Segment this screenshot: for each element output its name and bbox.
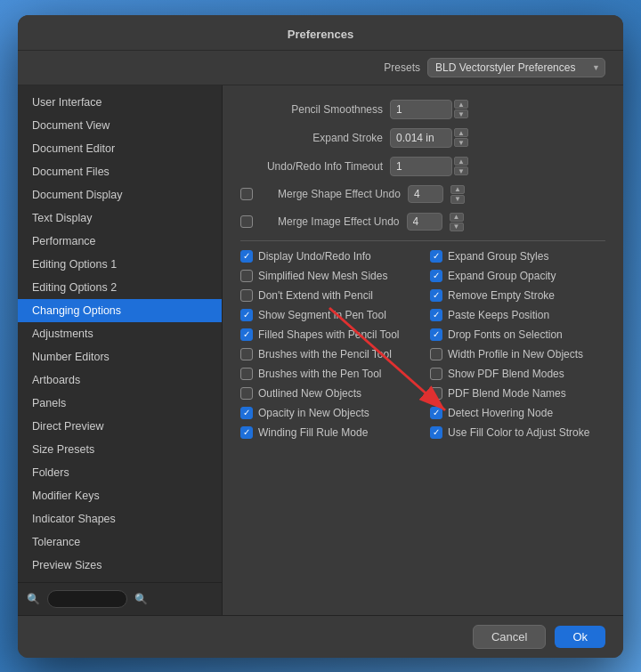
checkbox-item-13: Show PDF Blend Modes (430, 368, 605, 380)
checkbox-label: Outlined New Objects (258, 387, 361, 400)
checkbox-control[interactable] (240, 368, 253, 380)
sidebar-item-number-editors[interactable]: Number Editors (18, 345, 222, 368)
sidebar-item-document-editor[interactable]: Document Editor (18, 137, 222, 160)
field-label: Undo/Redo Info Timeout (240, 160, 383, 173)
sidebar-item-preview-sizes[interactable]: Preview Sizes (18, 554, 222, 577)
field-input: ▲ ▼ (390, 100, 468, 119)
checkbox-label: Display Undo/Redo Info (258, 250, 371, 263)
checkbox-label: Paste Keeps Position (448, 309, 549, 321)
checkbox-control[interactable] (240, 407, 253, 419)
sidebar-item-document-view[interactable]: Document View (18, 114, 222, 137)
checkbox-label: Expand Group Opacity (448, 270, 556, 282)
checkbox-control[interactable] (240, 426, 253, 439)
checkbox-label: Winding Fill Rule Mode (258, 426, 368, 439)
sidebar-item-editing-options-2[interactable]: Editing Options 2 (18, 276, 222, 299)
spinner-up[interactable]: ▲ (454, 157, 468, 166)
merge-row: Merge Shape Effect Undo ▲ ▼ (240, 185, 605, 204)
sidebar-item-document-files[interactable]: Document Files (18, 160, 222, 183)
ok-button[interactable]: Ok (555, 626, 605, 648)
checkbox-item-11: Width Profile in New Objects (430, 348, 605, 360)
spinner-up[interactable]: ▲ (450, 185, 465, 194)
checkbox-item-4: Don't Extend with Pencil (240, 289, 416, 302)
merge-label: Merge Shape Effect Undo (278, 188, 401, 200)
checkbox-label: Width Profile in New Objects (448, 348, 583, 360)
checkbox-control[interactable] (240, 270, 253, 282)
sidebar-item-folders[interactable]: Folders (18, 461, 222, 484)
checkbox-item-9: Drop Fonts on Selection (430, 328, 605, 341)
merge-checkbox[interactable] (240, 215, 253, 228)
spinner-down[interactable]: ▼ (454, 166, 468, 175)
spinner-up[interactable]: ▲ (450, 213, 464, 222)
sidebar-item-changing-options[interactable]: Changing Options (18, 299, 222, 322)
sidebar-item-adjustments[interactable]: Adjustments (18, 322, 222, 345)
checkbox-control[interactable] (240, 328, 253, 341)
separator (240, 240, 605, 241)
sidebar-item-editing-options-1[interactable]: Editing Options 1 (18, 253, 222, 276)
checkbox-label: Don't Extend with Pencil (258, 289, 373, 302)
checkbox-label: Show Segment in Pen Tool (258, 309, 386, 321)
checkbox-item-10: Brushes with the Pencil Tool (240, 348, 416, 360)
sidebar-item-panels[interactable]: Panels (18, 392, 222, 415)
sidebar-item-direct-preview[interactable]: Direct Preview (18, 415, 222, 438)
sidebar-item-artboards[interactable]: Artboards (18, 368, 222, 392)
number-input[interactable] (390, 100, 452, 119)
checkbox-label: Filled Shapes with Pencil Tool (258, 328, 400, 341)
cancel-button[interactable]: Cancel (473, 625, 546, 649)
presets-select-wrapper[interactable]: BLD Vectorstyler Preferences (427, 58, 605, 77)
checkbox-control[interactable] (240, 289, 253, 302)
checkbox-label: Detect Hovering Node (448, 407, 553, 419)
checkbox-control[interactable] (430, 309, 442, 321)
checkbox-control[interactable] (240, 309, 253, 321)
merge-number-input[interactable] (407, 213, 442, 231)
checkbox-control[interactable] (430, 387, 442, 400)
checkbox-control[interactable] (430, 368, 442, 380)
merge-number-input[interactable] (408, 185, 443, 203)
sidebar-item-user-interface[interactable]: User Interface (18, 91, 222, 114)
field-label: Pencil Smoothness (240, 103, 383, 116)
checkboxes-grid: Display Undo/Redo Info Expand Group Styl… (240, 250, 605, 439)
checkbox-control[interactable] (240, 387, 253, 400)
content-area: Pencil Smoothness ▲ ▼ Expand Stroke ▲ ▼ … (223, 85, 623, 615)
preferences-dialog: Preferences Presets BLD Vectorstyler Pre… (18, 15, 623, 658)
presets-label: Presets (384, 61, 420, 74)
checkbox-label: Brushes with the Pen Tool (258, 368, 382, 380)
checkbox-control[interactable] (240, 348, 253, 360)
spinner-down[interactable]: ▼ (450, 223, 464, 231)
spinner-up[interactable]: ▲ (454, 100, 468, 109)
sidebar-search-input[interactable] (47, 590, 127, 608)
merge-checkbox[interactable] (240, 188, 253, 200)
spinner: ▲ ▼ (450, 185, 465, 204)
checkbox-control[interactable] (430, 426, 442, 439)
presets-select[interactable]: BLD Vectorstyler Preferences (427, 58, 605, 77)
checkbox-control[interactable] (430, 250, 442, 263)
checkbox-control[interactable] (430, 270, 442, 282)
spinner-down[interactable]: ▼ (454, 109, 468, 118)
number-input[interactable] (390, 157, 452, 176)
checkbox-control[interactable] (240, 250, 253, 263)
merge-label: Merge Image Effect Undo (278, 215, 400, 228)
checkbox-control[interactable] (430, 328, 442, 341)
checkbox-item-5: Remove Empty Stroke (430, 289, 605, 302)
checkbox-item-16: Opacity in New Objects (240, 407, 416, 419)
checkbox-label: Use Fill Color to Adjust Stroke (448, 426, 589, 439)
sidebar-item-document-display[interactable]: Document Display (18, 183, 222, 206)
checkbox-label: Show PDF Blend Modes (448, 368, 564, 380)
number-input[interactable] (390, 128, 452, 148)
checkbox-control[interactable] (430, 407, 442, 419)
spinner-up[interactable]: ▲ (454, 128, 468, 137)
spinner-down[interactable]: ▼ (454, 138, 468, 147)
checkbox-label: Simplified New Mesh Sides (258, 270, 387, 282)
checkbox-item-17: Detect Hovering Node (430, 407, 605, 419)
search-magnifier-icon: 🔍 (134, 593, 148, 605)
spinner: ▲ ▼ (454, 100, 468, 118)
sidebar-item-size-presets[interactable]: Size Presets (18, 438, 222, 461)
checkbox-control[interactable] (430, 289, 442, 302)
field-row-expand-stroke: Expand Stroke ▲ ▼ (240, 128, 605, 148)
sidebar-item-text-display[interactable]: Text Display (18, 206, 222, 230)
sidebar-item-modifier-keys[interactable]: Modifier Keys (18, 484, 222, 507)
sidebar-item-tolerance[interactable]: Tolerance (18, 530, 222, 554)
checkbox-control[interactable] (430, 348, 442, 360)
spinner-down[interactable]: ▼ (450, 195, 465, 204)
sidebar-item-performance[interactable]: Performance (18, 230, 222, 253)
sidebar-item-indicator-shapes[interactable]: Indicator Shapes (18, 507, 222, 530)
